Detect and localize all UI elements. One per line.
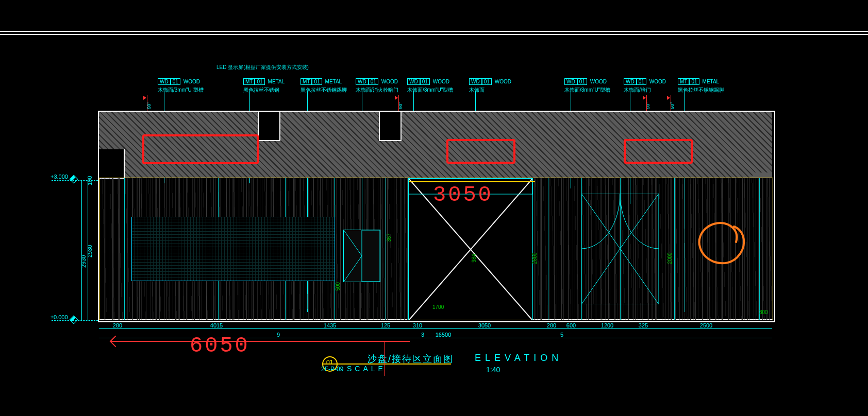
markup-circle — [693, 217, 749, 271]
title-sheet: 2F-P-09 — [321, 366, 343, 373]
lbl-wd01-3: WD01WOOD — [407, 78, 449, 85]
lbl-wd01-4: WD01WOOD — [469, 78, 511, 85]
fire-cabinet-door — [343, 230, 380, 282]
door-arc-icon — [581, 194, 659, 304]
sub-9: 黑色拉丝不锈钢踢脚 — [678, 86, 724, 94]
led-screen — [131, 217, 335, 281]
lbl-wd01-5: WD01WOOD — [564, 78, 607, 85]
lbl-wd01-1: WD01WOOD — [158, 78, 200, 85]
level-bottom: ±0.000 — [51, 314, 68, 320]
dim: 9 — [277, 332, 280, 338]
dim: 2500 — [700, 322, 712, 328]
dim6050-line — [111, 341, 410, 342]
title-num: 01 — [326, 359, 333, 366]
double-door — [581, 194, 659, 304]
note-led: LED 显示屏(根据厂家提供安装方式安装) — [216, 64, 309, 71]
dim-door-h: 2000 — [667, 252, 673, 264]
dim-door-bot: 300 — [759, 309, 768, 315]
section-triangle — [667, 96, 670, 100]
level-top: +3.000 — [51, 174, 68, 180]
level-line — [52, 320, 98, 321]
ceiling-recess — [258, 112, 280, 141]
sub-6: 木饰面 — [469, 86, 485, 94]
dim3050-line — [409, 181, 535, 182]
section-triangle — [395, 96, 398, 100]
dim-h-main: 2930 — [87, 245, 93, 257]
dim-row-1 — [99, 328, 772, 329]
sub-1: 木饰面/3mm"U"型槽 — [158, 86, 204, 94]
dim: 16500 — [436, 332, 452, 338]
level-marker-icon — [70, 175, 78, 184]
title-en: ELEVATION — [475, 353, 562, 363]
dim-led-w: 500 — [335, 282, 341, 291]
dim: 3 — [421, 332, 424, 338]
dim-cab-w: 367 — [386, 233, 392, 242]
dim-v-line — [81, 180, 82, 320]
dim: 280 — [547, 322, 556, 328]
sub-8: 木饰面/暗门 — [624, 86, 651, 94]
dim: 125 — [381, 322, 390, 328]
cabinet-x-icon — [344, 230, 380, 282]
ceiling-recess — [379, 112, 402, 141]
svg-line-0 — [344, 230, 362, 256]
dim: 325 — [639, 322, 648, 328]
section-triangle — [143, 96, 146, 100]
dim-opening-h: 2800 — [532, 252, 538, 264]
cad-viewport[interactable]: LED 显示屏(根据厂家提供安装方式安装) WD01WOOD 木饰面/3mm"U… — [0, 0, 868, 416]
level-marker-icon — [70, 316, 78, 324]
lbl-mt01-3: MT01METAL — [678, 78, 719, 85]
dim: 600 — [566, 322, 576, 328]
svg-rect-2 — [362, 230, 380, 282]
top-ruler — [0, 31, 868, 35]
dim: 4015 — [210, 322, 223, 328]
dim: 1435 — [324, 322, 336, 328]
markup-dim-3050: 3050 — [433, 183, 493, 207]
ceiling-step — [99, 149, 125, 179]
lbl-wd01-6: WD01WOOD — [624, 78, 666, 85]
sub-7: 木饰面/3mm"U"型槽 — [564, 86, 610, 94]
dim: 1200 — [601, 322, 613, 328]
section-triangle — [643, 96, 646, 100]
lbl-wd01-2: WD01WOOD — [356, 78, 398, 85]
dim: 3050 — [478, 322, 491, 328]
dim-h-top: 100 — [87, 176, 93, 185]
sub-5: 木饰面/3mm"U"型槽 — [407, 86, 453, 94]
dim-row-2 — [99, 338, 772, 338]
markup-rect — [446, 139, 515, 164]
dim-cab-h2: 984 — [471, 254, 477, 263]
dim: 310 — [413, 322, 422, 328]
lbl-mt01-1: MT01METAL — [243, 78, 285, 85]
title-cn: 沙盘/接待区立面图 — [368, 353, 454, 365]
scale-value: 1:40 — [486, 366, 500, 374]
dim-h-total: 2930 — [80, 255, 87, 268]
section-marker — [384, 341, 385, 376]
markup-rect — [142, 134, 259, 164]
dim: 280 — [113, 322, 122, 328]
dim: 5 — [560, 332, 563, 338]
lbl-mt01-2: MT01METAL — [301, 78, 342, 85]
sub-2: 黑色拉丝不锈钢 — [243, 86, 279, 94]
scale-label: SCALE — [347, 365, 386, 373]
dim-cab-below: 1700 — [432, 304, 444, 310]
markup-rect — [624, 139, 693, 164]
svg-line-1 — [344, 256, 362, 282]
